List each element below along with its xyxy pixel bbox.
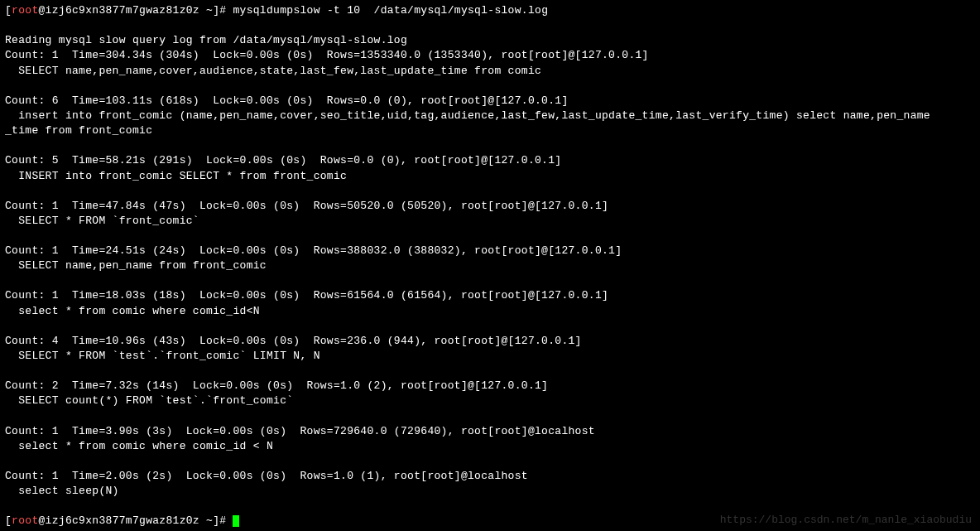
blank-line [5, 273, 975, 288]
terminal-session[interactable]: [root@izj6c9xn3877m7gwaz81z0z ~]# mysqld… [5, 3, 975, 529]
entry-8-query: SELECT count(*) FROM `test`.`front_comic… [5, 393, 975, 408]
entry-5-header: Count: 1 Time=24.51s (24s) Lock=0.00s (0… [5, 244, 975, 258]
entry-3-query: INSERT into front_comic SELECT * from fr… [5, 169, 975, 184]
entry-2-wrap: _time from front_comic [5, 123, 975, 138]
entry-7-header: Count: 4 Time=10.96s (43s) Lock=0.00s (0… [5, 334, 975, 349]
blank-line [5, 18, 975, 33]
reading-line: Reading mysql slow query log from /data/… [5, 33, 975, 48]
watermark-text: https://blog.csdn.net/m_nanle_xiaobudiu [720, 513, 972, 528]
bracket-open: [ [5, 4, 12, 17]
blank-line [5, 79, 975, 94]
entry-6-query: select * from comic where comic_id<N [5, 304, 975, 319]
entry-3-header: Count: 5 Time=58.21s (291s) Lock=0.00s (… [5, 153, 975, 168]
entry-4-header: Count: 1 Time=47.84s (47s) Lock=0.00s (0… [5, 199, 975, 214]
entry-4-query: SELECT * FROM `front_comic` [5, 214, 975, 229]
prompt-host: @izj6c9xn3877m7gwaz81z0z ~ [39, 514, 214, 527]
blank-line [5, 229, 975, 244]
prompt-host: @izj6c9xn3877m7gwaz81z0z ~ [39, 4, 214, 17]
blank-line [5, 319, 975, 334]
blank-line [5, 364, 975, 379]
bracket-close: ]# [213, 4, 233, 17]
entry-1-query: SELECT name,pen_name,cover,audience,stat… [5, 64, 975, 79]
cursor-icon [233, 515, 239, 527]
bracket-open: [ [5, 514, 12, 527]
entry-9-header: Count: 1 Time=3.90s (3s) Lock=0.00s (0s)… [5, 424, 975, 439]
entry-2-header: Count: 6 Time=103.11s (618s) Lock=0.00s … [5, 94, 975, 109]
entry-9-query: select * from comic where comic_id < N [5, 439, 975, 454]
blank-line [5, 184, 975, 199]
blank-line [5, 138, 975, 153]
entry-5-query: SELECT name,pen_name from front_comic [5, 258, 975, 273]
entry-10-query: select sleep(N) [5, 484, 975, 499]
bracket-close: ]# [213, 514, 233, 527]
prompt-line-1: [root@izj6c9xn3877m7gwaz81z0z ~]# mysqld… [5, 3, 975, 18]
command-text: mysqldumpslow -t 10 /data/mysql/mysql-sl… [233, 4, 548, 17]
entry-10-header: Count: 1 Time=2.00s (2s) Lock=0.00s (0s)… [5, 469, 975, 484]
entry-8-header: Count: 2 Time=7.32s (14s) Lock=0.00s (0s… [5, 379, 975, 393]
prompt-user: root [12, 4, 38, 17]
entry-1-header: Count: 1 Time=304.34s (304s) Lock=0.00s … [5, 48, 975, 63]
blank-line [5, 499, 975, 514]
blank-line [5, 409, 975, 424]
prompt-user: root [12, 514, 38, 527]
entry-2-query: insert into front_comic (name,pen_name,c… [5, 109, 975, 123]
entry-7-query: SELECT * FROM `test`.`front_comic` LIMIT… [5, 349, 975, 364]
blank-line [5, 454, 975, 469]
entry-6-header: Count: 1 Time=18.03s (18s) Lock=0.00s (0… [5, 288, 975, 303]
